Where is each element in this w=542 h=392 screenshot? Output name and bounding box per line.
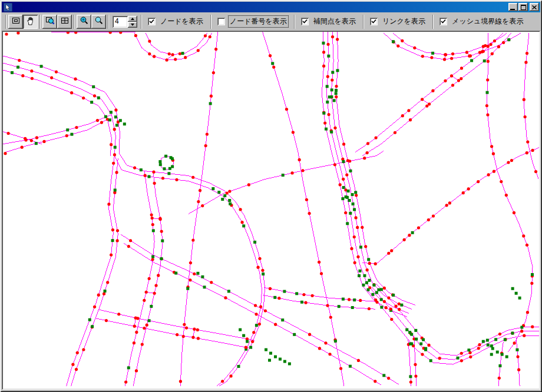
road-link[interactable] xyxy=(3,115,111,144)
node-point[interactable] xyxy=(326,75,329,78)
node-point[interactable] xyxy=(390,318,393,321)
node-point[interactable] xyxy=(457,79,460,82)
node-point[interactable] xyxy=(252,331,255,334)
road-link[interactable] xyxy=(67,156,115,386)
node-point[interactable] xyxy=(174,58,177,61)
checkbox-show-interpolation-points[interactable] xyxy=(301,18,309,25)
interpolation-point[interactable] xyxy=(209,102,212,105)
node-point[interactable] xyxy=(196,328,199,331)
node-point[interactable] xyxy=(481,50,484,53)
node-point[interactable] xyxy=(201,204,204,207)
node-point[interactable] xyxy=(467,187,470,190)
node-point[interactable] xyxy=(30,139,33,142)
node-point[interactable] xyxy=(526,52,528,55)
node-point[interactable] xyxy=(374,298,377,301)
node-point[interactable] xyxy=(67,32,70,34)
interpolation-point[interactable] xyxy=(159,163,162,166)
node-point[interactable] xyxy=(112,162,115,165)
node-point[interactable] xyxy=(301,169,304,172)
node-point[interactable] xyxy=(477,347,480,350)
road-link[interactable] xyxy=(524,33,538,179)
node-point[interactable] xyxy=(214,48,217,51)
interpolation-point[interactable] xyxy=(431,52,434,55)
node-point[interactable] xyxy=(497,45,500,48)
interpolation-point[interactable] xyxy=(274,356,277,358)
interpolation-point[interactable] xyxy=(186,287,189,290)
road-link[interactable] xyxy=(96,318,252,348)
interpolation-point[interactable] xyxy=(419,343,422,346)
interpolation-point[interactable] xyxy=(348,199,351,202)
interpolation-point[interactable] xyxy=(347,190,350,192)
node-point[interactable] xyxy=(143,299,146,302)
node-point[interactable] xyxy=(204,34,207,37)
interpolation-point[interactable] xyxy=(242,334,245,337)
node-point[interactable] xyxy=(247,183,250,186)
node-point[interactable] xyxy=(221,380,224,383)
node-point[interactable] xyxy=(333,163,336,166)
node-point[interactable] xyxy=(387,297,390,300)
interpolation-point[interactable] xyxy=(392,294,395,297)
node-point[interactable] xyxy=(516,355,519,358)
node-point[interactable] xyxy=(428,102,431,105)
node-point[interactable] xyxy=(526,244,528,247)
road-link[interactable] xyxy=(3,70,111,156)
node-point[interactable] xyxy=(356,226,359,229)
interpolation-point[interactable] xyxy=(66,128,69,131)
node-point[interactable] xyxy=(304,301,307,304)
interpolation-point[interactable] xyxy=(331,71,334,74)
node-point[interactable] xyxy=(469,54,472,57)
node-point[interactable] xyxy=(75,126,78,129)
node-point[interactable] xyxy=(75,368,78,371)
interpolation-point[interactable] xyxy=(515,348,518,351)
node-point[interactable] xyxy=(109,32,112,34)
minimize-button[interactable] xyxy=(508,3,518,11)
node-point[interactable] xyxy=(462,191,465,194)
node-point[interactable] xyxy=(189,278,191,281)
node-point[interactable] xyxy=(277,297,280,300)
node-point[interactable] xyxy=(254,304,257,307)
interpolation-point[interactable] xyxy=(368,279,371,282)
node-point[interactable] xyxy=(427,218,430,221)
interpolation-point[interactable] xyxy=(354,191,357,194)
node-point[interactable] xyxy=(342,142,345,145)
interpolation-point[interactable] xyxy=(363,274,366,277)
node-point[interactable] xyxy=(465,51,468,54)
node-point[interactable] xyxy=(193,328,196,331)
interpolation-point[interactable] xyxy=(411,231,414,234)
node-point[interactable] xyxy=(490,145,493,148)
checkbox-show-node-numbers[interactable] xyxy=(217,18,225,25)
node-point[interactable] xyxy=(251,340,254,343)
node-point[interactable] xyxy=(443,58,446,61)
node-point[interactable] xyxy=(502,41,505,44)
interpolation-point[interactable] xyxy=(97,97,100,99)
node-point[interactable] xyxy=(414,363,417,366)
node-point[interactable] xyxy=(146,324,148,327)
spinner-down-button[interactable] xyxy=(128,22,137,28)
interpolation-point[interactable] xyxy=(457,357,460,360)
node-point[interactable] xyxy=(450,74,453,77)
interpolation-point[interactable] xyxy=(490,344,493,347)
node-point[interactable] xyxy=(523,334,526,337)
node-point[interactable] xyxy=(255,313,257,315)
interpolation-point[interactable] xyxy=(359,245,362,248)
node-point[interactable] xyxy=(168,52,171,55)
interpolation-point[interactable] xyxy=(282,174,285,177)
interpolation-point[interactable] xyxy=(108,118,111,121)
zoom-in-button[interactable] xyxy=(77,15,91,29)
interpolation-point[interactable] xyxy=(486,339,489,342)
node-point[interactable] xyxy=(374,263,377,265)
interpolation-point[interactable] xyxy=(359,270,362,273)
node-point[interactable] xyxy=(74,32,77,34)
checkbox-label-show-links[interactable]: リンクを表示 xyxy=(381,16,427,27)
interpolation-point[interactable] xyxy=(422,338,425,341)
node-point[interactable] xyxy=(530,282,533,285)
interpolation-point[interactable] xyxy=(249,346,252,349)
interpolation-point[interactable] xyxy=(273,296,276,299)
interpolation-point[interactable] xyxy=(505,356,508,358)
node-point[interactable] xyxy=(117,313,120,315)
node-point[interactable] xyxy=(409,118,412,121)
interpolation-point[interactable] xyxy=(119,119,122,122)
node-point[interactable] xyxy=(212,71,215,74)
node-point[interactable] xyxy=(239,208,242,211)
interpolation-point[interactable] xyxy=(161,240,164,242)
